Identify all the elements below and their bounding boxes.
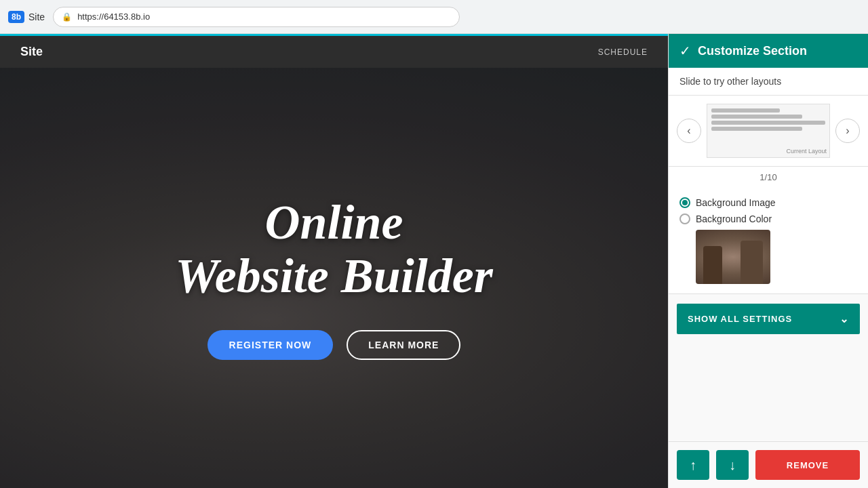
move-up-button[interactable]: ↑ [677, 450, 709, 480]
pagination-text: 1/10 [760, 172, 776, 182]
bg-color-label: Background Color [696, 214, 772, 224]
hero-section: Online Website Builder REGISTER NOW LEAR… [0, 68, 668, 488]
thumb-person-1 [703, 246, 722, 284]
learn-more-button[interactable]: LEARN MORE [347, 330, 460, 360]
hero-title-line2: Website Builder [175, 249, 493, 303]
right-panel: ✓ Customize Section Slide to try other l… [668, 34, 868, 488]
show-all-settings-button[interactable]: SHOW ALL SETTINGS ⌄ [677, 304, 860, 334]
pagination: 1/10 [669, 167, 868, 188]
preview-line-3 [711, 121, 825, 125]
chevron-down-icon: ⌄ [840, 312, 849, 325]
main-area: Site SCHEDULE Online Website Builder REG… [0, 34, 868, 488]
bg-color-option[interactable]: Background Color [679, 214, 857, 224]
bg-thumbnail-image [696, 230, 770, 284]
panel-header: ✓ Customize Section [669, 34, 868, 68]
carousel-preview: Current Layout [707, 104, 830, 158]
site-navbar: Site SCHEDULE [0, 34, 668, 68]
nav-link-schedule[interactable]: SCHEDULE [598, 47, 648, 57]
carousel-prev-button[interactable]: ‹ [677, 119, 701, 143]
check-icon: ✓ [679, 43, 691, 59]
remove-button[interactable]: REMOVE [755, 450, 860, 480]
browser-bar: 8b Site 🔒 https://64153.8b.io [0, 0, 868, 34]
thumb-person-2 [741, 241, 763, 284]
bg-image-option[interactable]: Background Image [679, 197, 857, 208]
site-tab-label: Site [28, 12, 45, 22]
url-text: https://64153.8b.io [77, 12, 150, 22]
hero-title-line1: Online [264, 195, 403, 249]
bg-thumbnail[interactable] [696, 230, 770, 284]
hero-title: Online Website Builder [175, 196, 493, 303]
background-options: Background Image Background Color [669, 188, 868, 294]
layout-carousel: ‹ Current Layout › [669, 96, 868, 167]
site-preview: Site SCHEDULE Online Website Builder REG… [0, 34, 668, 488]
hero-content: Online Website Builder REGISTER NOW LEAR… [0, 68, 668, 488]
slide-hint-text: Slide to try other layouts [679, 76, 781, 87]
hero-buttons: REGISTER NOW LEARN MORE [208, 330, 461, 360]
nav-links: SCHEDULE [598, 47, 648, 57]
logo-badge: 8b [8, 11, 24, 23]
site-nav-title: Site [20, 45, 43, 59]
panel-bottom-actions: ↑ ↓ REMOVE [669, 441, 868, 488]
panel-title: Customize Section [698, 44, 807, 58]
bg-image-label: Background Image [696, 197, 776, 208]
bg-image-radio[interactable] [679, 197, 690, 208]
slide-hint: Slide to try other layouts [669, 68, 868, 96]
show-all-label: SHOW ALL SETTINGS [688, 314, 792, 324]
current-layout-label: Current Layout [786, 148, 827, 155]
panel-spacer [669, 344, 868, 441]
preview-line-4 [711, 127, 802, 131]
address-bar[interactable]: 🔒 https://64153.8b.io [53, 7, 460, 27]
register-now-button[interactable]: REGISTER NOW [208, 330, 334, 360]
bg-color-radio[interactable] [679, 214, 690, 224]
preview-line-2 [711, 115, 802, 119]
browser-logo: 8b Site [8, 11, 45, 23]
move-down-button[interactable]: ↓ [716, 450, 749, 480]
lock-icon: 🔒 [62, 12, 72, 22]
preview-line-1 [711, 108, 780, 113]
carousel-next-button[interactable]: › [835, 119, 860, 143]
